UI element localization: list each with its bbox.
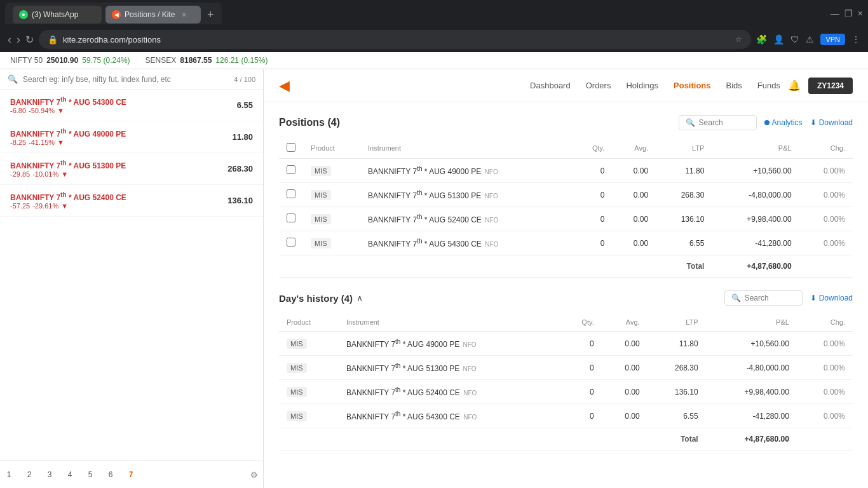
history-search-box[interactable]: 🔍 <box>724 290 803 306</box>
total-chg <box>799 255 853 278</box>
analytics-dot-icon <box>764 120 770 125</box>
nav-orders[interactable]: Orders <box>586 78 611 93</box>
positions-search-input[interactable] <box>699 118 750 127</box>
page-7-button[interactable]: 7 <box>122 466 140 484</box>
col-ltp: LTP <box>656 138 712 159</box>
instrument-change: -6.80 -50.94% ▼ <box>10 107 126 114</box>
col-qty: Qty. <box>572 138 612 159</box>
notification-bell-icon[interactable]: 🔔 <box>788 79 801 92</box>
qty-cell: 0 <box>560 404 602 428</box>
collapse-icon[interactable]: ∧ <box>356 293 363 303</box>
table-row: MIS BANKNIFTY 7th * AUG 51300 PE NFO 0 0… <box>279 356 853 380</box>
whatsapp-tab[interactable]: ● (3) WhatsApp <box>13 6 102 24</box>
nav-dashboard[interactable]: Dashboard <box>530 78 571 93</box>
chg-cell: 0.00% <box>799 183 853 207</box>
instrument-cell: BANKNIFTY 7th * AUG 49000 PE NFO <box>339 332 560 356</box>
positions-table: Product Instrument Qty. Avg. LTP P&L Chg… <box>279 138 853 278</box>
top-nav: ◀ Dashboard Orders Holdings Positions Bi… <box>264 69 868 102</box>
page-5-button[interactable]: 5 <box>81 466 99 484</box>
nav-funds[interactable]: Funds <box>757 78 780 93</box>
extensions-icon[interactable]: 🧩 <box>756 34 767 44</box>
list-item[interactable]: BANKNIFTY 7th * AUG 52400 CE -57.25 -29.… <box>0 185 263 217</box>
positions-search-box[interactable]: 🔍 <box>679 115 757 130</box>
nav-holdings[interactable]: Holdings <box>626 78 658 93</box>
nav-bids[interactable]: Bids <box>726 78 742 93</box>
row-checkbox[interactable] <box>287 189 295 198</box>
page-settings-icon[interactable]: ⚙ <box>250 470 258 480</box>
nav-items: Dashboard Orders Holdings Positions Bids… <box>530 78 780 93</box>
minimize-button[interactable]: — <box>831 8 839 18</box>
history-download-label: Download <box>819 294 853 302</box>
col-avg: Avg. <box>612 138 656 159</box>
qty-cell: 0 <box>560 356 602 380</box>
nav-refresh-button[interactable]: ↻ <box>25 34 34 46</box>
table-row: MIS BANKNIFTY 7th * AUG 51300 PE NFO 0 0… <box>279 183 853 207</box>
change-value: -29.85 <box>10 170 30 178</box>
instrument-cell: BANKNIFTY 7th * AUG 52400 CE NFO <box>339 380 560 404</box>
row-checkbox[interactable] <box>287 165 295 174</box>
shield-icon[interactable]: 🛡 <box>790 34 799 44</box>
instrument-cell: BANKNIFTY 7th * AUG 54300 CE NFO <box>360 231 572 255</box>
list-item[interactable]: BANKNIFTY 7th * AUG 54300 CE -6.80 -50.9… <box>0 90 263 121</box>
download-button[interactable]: ⬇ Download <box>810 118 853 127</box>
change-pct: -29.61% <box>32 202 58 210</box>
total-label: Total <box>279 428 706 451</box>
hist-col-product: Product <box>279 313 339 332</box>
list-item[interactable]: BANKNIFTY 7th * AUG 51300 PE -29.85 -10.… <box>0 153 263 185</box>
bookmark-icon[interactable]: ☆ <box>735 35 742 44</box>
lock-icon: 🔒 <box>48 35 58 44</box>
analytics-button[interactable]: Analytics <box>764 118 803 127</box>
table-row: MIS BANKNIFTY 7th * AUG 52400 CE NFO 0 0… <box>279 207 853 231</box>
product-badge: MIS <box>311 166 331 176</box>
chg-cell: 0.00% <box>797 404 853 428</box>
warning-icon[interactable]: ⚠ <box>806 34 814 44</box>
analytics-label: Analytics <box>772 118 803 127</box>
total-row: Total +4,87,680.00 <box>279 255 853 278</box>
pnl-cell: +9,98,400.00 <box>712 207 799 231</box>
history-search-icon: 🔍 <box>731 294 741 302</box>
address-bar[interactable]: 🔒 kite.zerodha.com/positions ☆ <box>39 30 751 49</box>
kite-tab[interactable]: ◀ Positions / Kite × <box>105 6 201 24</box>
nav-positions[interactable]: Positions <box>674 78 711 93</box>
nav-back-button[interactable]: ‹ <box>8 33 11 46</box>
nifty-ticker: NIFTY 50 25010.90 59.75 (0.24%) <box>10 56 130 65</box>
instrument-cell: BANKNIFTY 7th * AUG 52400 CE NFO <box>360 207 572 231</box>
vpn-button[interactable]: VPN <box>820 34 845 45</box>
ltp-cell: 6.55 <box>656 231 712 255</box>
page-1-button[interactable]: 1 <box>0 466 18 484</box>
arrow-down-icon: ▼ <box>61 170 68 178</box>
kite-favicon: ◀ <box>112 10 121 19</box>
profile-icon[interactable]: 👤 <box>773 34 784 44</box>
maximize-button[interactable]: ❐ <box>844 8 853 18</box>
nifty-value: 25010.90 <box>46 56 78 65</box>
pnl-cell: +9,98,400.00 <box>706 380 797 404</box>
new-tab-button[interactable]: + <box>207 8 214 22</box>
page-3-button[interactable]: 3 <box>41 466 58 484</box>
page-6-button[interactable]: 6 <box>102 466 119 484</box>
page-2-button[interactable]: 2 <box>20 466 38 484</box>
row-checkbox[interactable] <box>287 238 295 247</box>
ltp-cell: 136.10 <box>656 207 712 231</box>
product-badge: MIS <box>311 214 331 224</box>
sidebar-search-input[interactable] <box>23 75 229 84</box>
qty-cell: 0 <box>560 380 602 404</box>
list-item[interactable]: BANKNIFTY 7th * AUG 49000 PE -8.25 -41.1… <box>0 121 263 153</box>
profile-button[interactable]: ZY1234 <box>808 78 853 94</box>
chg-cell: 0.00% <box>799 207 853 231</box>
logo-icon[interactable]: ◀ <box>279 78 290 94</box>
tab-close-icon[interactable]: × <box>181 10 186 20</box>
sensex-name: SENSEX <box>146 56 177 65</box>
nav-forward-button[interactable]: › <box>17 33 20 46</box>
sensex-change: 126.21 (0.15%) <box>215 56 268 65</box>
row-checkbox[interactable] <box>287 214 295 222</box>
menu-icon[interactable]: ⋮ <box>851 34 860 44</box>
history-download-button[interactable]: ⬇ Download <box>810 294 853 302</box>
sidebar-count: 4 / 100 <box>234 76 255 83</box>
page-4-button[interactable]: 4 <box>61 466 79 484</box>
hist-col-ltp: LTP <box>648 313 706 332</box>
change-value: -57.25 <box>10 202 30 210</box>
window-close-button[interactable]: × <box>858 8 863 18</box>
history-search-input[interactable] <box>745 294 796 302</box>
whatsapp-favicon: ● <box>19 10 28 19</box>
select-all-checkbox[interactable] <box>287 143 295 152</box>
